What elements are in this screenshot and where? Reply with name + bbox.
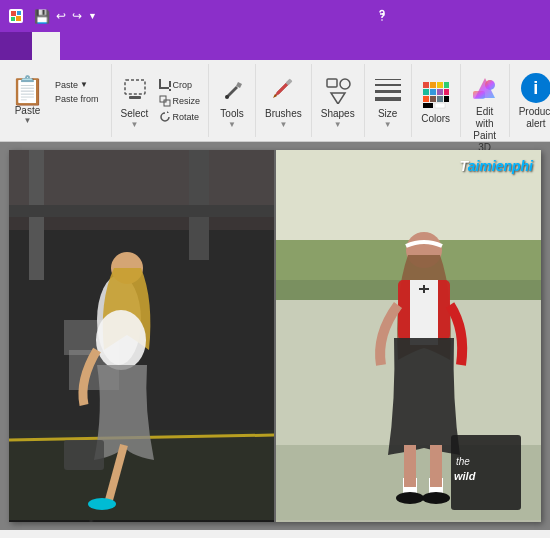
size-icon bbox=[375, 72, 401, 108]
paste-chevron: ▼ bbox=[24, 116, 32, 125]
tools-group: Tools ▼ bbox=[209, 64, 256, 137]
svg-point-43 bbox=[96, 310, 146, 370]
paste-from-btn[interactable]: Paste from bbox=[51, 93, 103, 105]
svg-rect-22 bbox=[444, 89, 449, 95]
svg-text:wild: wild bbox=[454, 470, 476, 482]
image-items: Select ▼ Crop Resize Rotate bbox=[116, 68, 205, 133]
undo-icon[interactable]: ↩ bbox=[56, 9, 66, 23]
productalert-group: i Productalert . bbox=[510, 64, 550, 137]
brushes-items: Brushes ▼ bbox=[260, 68, 307, 133]
svg-rect-4 bbox=[16, 16, 21, 21]
svg-point-59 bbox=[396, 492, 424, 504]
svg-rect-3 bbox=[11, 17, 15, 21]
title-bar-left: 💾 ↩ ↪ ▼ bbox=[8, 8, 111, 24]
svg-rect-20 bbox=[430, 89, 436, 95]
view-tab[interactable] bbox=[60, 32, 88, 60]
shapes-btn[interactable]: Shapes ▼ bbox=[316, 70, 360, 131]
shapes-icon bbox=[324, 72, 352, 108]
editwith-items: Edit withPaint 3D bbox=[465, 68, 505, 156]
productalert-icon: i bbox=[521, 70, 550, 106]
minimize-button[interactable] bbox=[400, 0, 446, 32]
svg-rect-61 bbox=[404, 445, 416, 487]
svg-point-45 bbox=[88, 498, 116, 510]
colors-items: Colors bbox=[416, 68, 456, 133]
select-label: Select bbox=[121, 108, 149, 120]
tools-items: Tools ▼ bbox=[213, 68, 251, 133]
paste-area: 📋 Paste ▼ Paste ▼ Paste from bbox=[4, 73, 107, 129]
productalert-btn[interactable]: i Productalert bbox=[514, 68, 550, 132]
svg-rect-27 bbox=[423, 103, 433, 108]
size-items: Size ▼ bbox=[369, 68, 407, 133]
svg-marker-14 bbox=[331, 93, 345, 104]
brushes-group: Brushes ▼ bbox=[256, 64, 312, 137]
clipboard-group: 📋 Paste ▼ Paste ▼ Paste from bbox=[0, 64, 112, 137]
maximize-button[interactable] bbox=[448, 0, 494, 32]
tools-btn[interactable]: Tools ▼ bbox=[213, 70, 251, 131]
svg-rect-24 bbox=[430, 96, 436, 102]
svg-point-10 bbox=[225, 95, 229, 99]
shapes-label: Shapes bbox=[321, 108, 355, 120]
select-icon bbox=[121, 72, 149, 108]
editwith-label: Edit withPaint 3D bbox=[470, 106, 500, 154]
right-photo-panel: the wild Taimienphi bbox=[276, 150, 541, 522]
tools-label: Tools bbox=[220, 108, 243, 120]
tools-icon bbox=[218, 72, 246, 108]
save-icon[interactable]: 💾 bbox=[34, 9, 50, 24]
svg-point-29 bbox=[485, 80, 495, 90]
svg-text:the: the bbox=[456, 456, 470, 467]
productalert-items: i Productalert bbox=[514, 68, 550, 132]
svg-rect-16 bbox=[430, 82, 436, 88]
svg-rect-7 bbox=[129, 96, 141, 99]
svg-rect-28 bbox=[435, 103, 445, 108]
watermark-brand-colored: aimienphi bbox=[468, 158, 533, 174]
paste-button[interactable]: 📋 Paste ▼ bbox=[6, 75, 49, 127]
select-btn[interactable]: Select ▼ bbox=[116, 70, 154, 131]
redo-icon[interactable]: ↪ bbox=[72, 9, 82, 23]
svg-rect-25 bbox=[437, 96, 443, 102]
image-sub-btns: Crop Resize Rotate bbox=[155, 78, 205, 124]
svg-rect-19 bbox=[423, 89, 429, 95]
paste-icon: 📋 bbox=[10, 77, 45, 105]
clipboard-items: 📋 Paste ▼ Paste ▼ Paste from bbox=[4, 68, 107, 133]
brushes-icon bbox=[269, 72, 297, 108]
svg-rect-56 bbox=[423, 285, 425, 293]
help-icon bbox=[374, 0, 390, 32]
svg-rect-6 bbox=[125, 80, 145, 94]
resize-btn[interactable]: Resize bbox=[155, 94, 205, 108]
paint-app-icon bbox=[8, 8, 24, 24]
svg-point-60 bbox=[422, 492, 450, 504]
watermark-brand: T bbox=[460, 158, 468, 174]
home-tab[interactable] bbox=[32, 32, 60, 60]
dropdown-icon[interactable]: ▼ bbox=[88, 11, 97, 21]
colors-icon bbox=[421, 77, 451, 113]
brushes-label: Brushes bbox=[265, 108, 302, 120]
size-btn[interactable]: Size ▼ bbox=[369, 70, 407, 131]
paste-sub-btn[interactable]: Paste ▼ bbox=[51, 79, 103, 91]
shapes-group: Shapes ▼ bbox=[312, 64, 365, 137]
svg-rect-8 bbox=[160, 96, 166, 102]
rotate-btn[interactable]: Rotate bbox=[155, 110, 205, 124]
colors-btn[interactable]: Colors bbox=[416, 75, 456, 127]
svg-rect-46 bbox=[64, 440, 104, 470]
svg-rect-2 bbox=[17, 11, 21, 15]
svg-point-5 bbox=[381, 19, 383, 21]
svg-rect-1 bbox=[11, 11, 16, 16]
image-canvas[interactable]: the wild Taimienphi bbox=[9, 150, 541, 522]
editwith-btn[interactable]: Edit withPaint 3D bbox=[465, 68, 505, 156]
crop-btn[interactable]: Crop bbox=[155, 78, 205, 92]
svg-rect-15 bbox=[423, 82, 429, 88]
editwith-group: Edit withPaint 3D . bbox=[461, 64, 510, 137]
file-menu[interactable] bbox=[0, 32, 32, 60]
shapes-items: Shapes ▼ bbox=[316, 68, 360, 133]
svg-rect-12 bbox=[327, 79, 337, 87]
colors-label: Colors bbox=[421, 113, 450, 125]
svg-rect-17 bbox=[437, 82, 443, 88]
size-label: Size bbox=[378, 108, 397, 120]
close-button[interactable] bbox=[496, 0, 542, 32]
left-photo-panel bbox=[9, 150, 274, 522]
svg-rect-62 bbox=[430, 445, 442, 487]
svg-rect-21 bbox=[437, 89, 443, 95]
svg-rect-23 bbox=[423, 96, 429, 102]
brushes-btn[interactable]: Brushes ▼ bbox=[260, 70, 307, 131]
window-controls bbox=[374, 0, 542, 32]
